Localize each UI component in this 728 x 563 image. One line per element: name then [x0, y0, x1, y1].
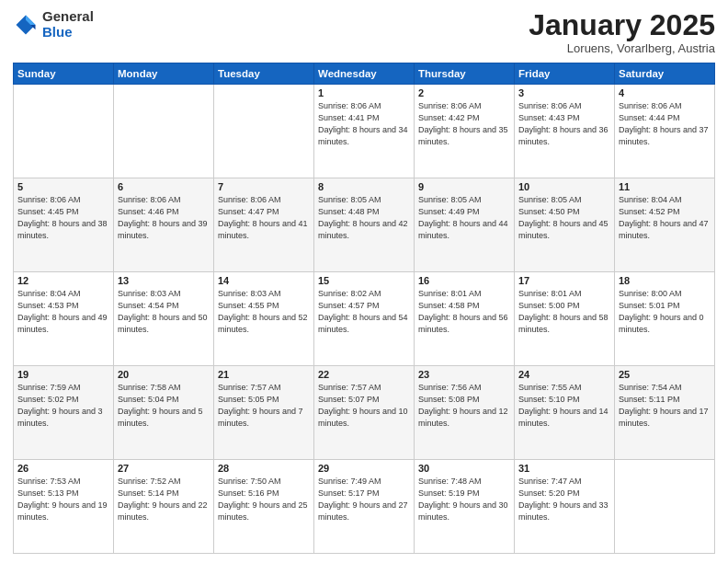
day-number: 26 — [17, 463, 109, 474]
day-header-sunday: Sunday — [14, 63, 114, 85]
day-number: 15 — [318, 275, 410, 286]
day-cell: 13Sunrise: 8:03 AMSunset: 4:54 PMDayligh… — [114, 272, 214, 366]
day-info: Sunrise: 8:06 AMSunset: 4:43 PMDaylight:… — [518, 100, 610, 148]
week-row-2: 12Sunrise: 8:04 AMSunset: 4:53 PMDayligh… — [14, 272, 715, 366]
day-cell — [114, 85, 214, 178]
day-number: 3 — [518, 87, 610, 98]
page: General Blue January 2025 Loruens, Vorar… — [0, 0, 728, 563]
week-row-0: 1Sunrise: 8:06 AMSunset: 4:41 PMDaylight… — [14, 85, 715, 178]
week-row-3: 19Sunrise: 7:59 AMSunset: 5:02 PMDayligh… — [14, 366, 715, 460]
day-info: Sunrise: 8:06 AMSunset: 4:46 PMDaylight:… — [118, 194, 210, 242]
calendar-table: SundayMondayTuesdayWednesdayThursdayFrid… — [13, 63, 715, 554]
day-cell: 1Sunrise: 8:06 AMSunset: 4:41 PMDaylight… — [314, 85, 415, 178]
day-cell: 23Sunrise: 7:56 AMSunset: 5:08 PMDayligh… — [415, 366, 515, 460]
day-header-tuesday: Tuesday — [214, 63, 314, 85]
day-cell: 19Sunrise: 7:59 AMSunset: 5:02 PMDayligh… — [14, 366, 114, 460]
day-header-friday: Friday — [515, 63, 615, 85]
day-cell: 9Sunrise: 8:05 AMSunset: 4:49 PMDaylight… — [415, 178, 515, 272]
day-number: 1 — [318, 87, 410, 98]
calendar-body: 1Sunrise: 8:06 AMSunset: 4:41 PMDaylight… — [14, 85, 715, 554]
day-cell: 8Sunrise: 8:05 AMSunset: 4:48 PMDaylight… — [314, 178, 415, 272]
day-cell: 10Sunrise: 8:05 AMSunset: 4:50 PMDayligh… — [515, 178, 615, 272]
day-number: 10 — [518, 181, 610, 192]
day-cell: 16Sunrise: 8:01 AMSunset: 4:58 PMDayligh… — [415, 272, 515, 366]
day-info: Sunrise: 8:06 AMSunset: 4:41 PMDaylight:… — [318, 100, 410, 148]
day-number: 7 — [218, 181, 310, 192]
day-info: Sunrise: 7:57 AMSunset: 5:07 PMDaylight:… — [318, 382, 410, 430]
day-number: 11 — [619, 181, 711, 192]
day-info: Sunrise: 8:04 AMSunset: 4:52 PMDaylight:… — [619, 194, 711, 242]
day-info: Sunrise: 8:05 AMSunset: 4:48 PMDaylight:… — [318, 194, 410, 242]
day-info: Sunrise: 8:06 AMSunset: 4:45 PMDaylight:… — [17, 194, 109, 242]
day-info: Sunrise: 7:52 AMSunset: 5:14 PMDaylight:… — [118, 476, 210, 523]
day-cell: 25Sunrise: 7:54 AMSunset: 5:11 PMDayligh… — [615, 366, 715, 460]
day-cell: 22Sunrise: 7:57 AMSunset: 5:07 PMDayligh… — [314, 366, 415, 460]
day-header-monday: Monday — [114, 63, 214, 85]
day-cell: 14Sunrise: 8:03 AMSunset: 4:55 PMDayligh… — [214, 272, 314, 366]
day-cell — [14, 85, 114, 178]
day-cell: 31Sunrise: 7:47 AMSunset: 5:20 PMDayligh… — [515, 460, 615, 554]
day-cell: 6Sunrise: 8:06 AMSunset: 4:46 PMDaylight… — [114, 178, 214, 272]
day-info: Sunrise: 8:01 AMSunset: 5:00 PMDaylight:… — [518, 288, 610, 336]
day-info: Sunrise: 8:06 AMSunset: 4:44 PMDaylight:… — [619, 100, 711, 148]
day-info: Sunrise: 7:50 AMSunset: 5:16 PMDaylight:… — [218, 476, 310, 523]
day-cell: 15Sunrise: 8:02 AMSunset: 4:57 PMDayligh… — [314, 272, 415, 366]
logo: General Blue — [13, 9, 94, 40]
day-info: Sunrise: 8:06 AMSunset: 4:42 PMDaylight:… — [418, 100, 510, 148]
day-number: 5 — [17, 181, 109, 192]
day-cell: 17Sunrise: 8:01 AMSunset: 5:00 PMDayligh… — [515, 272, 615, 366]
logo-blue: Blue — [42, 25, 94, 40]
day-cell — [214, 85, 314, 178]
day-number: 21 — [218, 369, 310, 380]
day-info: Sunrise: 8:03 AMSunset: 4:54 PMDaylight:… — [118, 288, 210, 336]
day-info: Sunrise: 8:05 AMSunset: 4:49 PMDaylight:… — [418, 194, 510, 242]
logo-general: General — [42, 9, 94, 25]
day-number: 16 — [418, 275, 510, 286]
title-block: January 2025 Loruens, Vorarlberg, Austri… — [529, 9, 715, 55]
day-cell — [615, 460, 715, 554]
day-cell: 26Sunrise: 7:53 AMSunset: 5:13 PMDayligh… — [14, 460, 114, 554]
day-number: 22 — [318, 369, 410, 380]
day-info: Sunrise: 7:59 AMSunset: 5:02 PMDaylight:… — [17, 382, 109, 430]
day-info: Sunrise: 8:05 AMSunset: 4:50 PMDaylight:… — [518, 194, 610, 242]
day-number: 31 — [518, 463, 610, 474]
day-info: Sunrise: 7:53 AMSunset: 5:13 PMDaylight:… — [17, 476, 109, 523]
day-cell: 24Sunrise: 7:55 AMSunset: 5:10 PMDayligh… — [515, 366, 615, 460]
day-info: Sunrise: 7:55 AMSunset: 5:10 PMDaylight:… — [518, 382, 610, 430]
day-info: Sunrise: 8:02 AMSunset: 4:57 PMDaylight:… — [318, 288, 410, 336]
day-number: 20 — [118, 369, 210, 380]
day-info: Sunrise: 7:57 AMSunset: 5:05 PMDaylight:… — [218, 382, 310, 430]
day-info: Sunrise: 7:49 AMSunset: 5:17 PMDaylight:… — [318, 476, 410, 523]
day-number: 24 — [518, 369, 610, 380]
day-number: 27 — [118, 463, 210, 474]
week-row-4: 26Sunrise: 7:53 AMSunset: 5:13 PMDayligh… — [14, 460, 715, 554]
day-info: Sunrise: 7:48 AMSunset: 5:19 PMDaylight:… — [418, 476, 510, 523]
day-header-thursday: Thursday — [415, 63, 515, 85]
day-header-saturday: Saturday — [615, 63, 715, 85]
day-number: 17 — [518, 275, 610, 286]
day-cell: 30Sunrise: 7:48 AMSunset: 5:19 PMDayligh… — [415, 460, 515, 554]
day-number: 18 — [619, 275, 711, 286]
day-cell: 5Sunrise: 8:06 AMSunset: 4:45 PMDaylight… — [14, 178, 114, 272]
day-info: Sunrise: 7:56 AMSunset: 5:08 PMDaylight:… — [418, 382, 510, 430]
day-number: 23 — [418, 369, 510, 380]
day-number: 6 — [118, 181, 210, 192]
logo-icon — [13, 12, 39, 38]
month-title: January 2025 — [529, 9, 715, 41]
day-info: Sunrise: 8:06 AMSunset: 4:47 PMDaylight:… — [218, 194, 310, 242]
day-number: 2 — [418, 87, 510, 98]
day-cell: 7Sunrise: 8:06 AMSunset: 4:47 PMDaylight… — [214, 178, 314, 272]
day-number: 8 — [318, 181, 410, 192]
day-cell: 29Sunrise: 7:49 AMSunset: 5:17 PMDayligh… — [314, 460, 415, 554]
location: Loruens, Vorarlberg, Austria — [529, 41, 715, 55]
day-cell: 12Sunrise: 8:04 AMSunset: 4:53 PMDayligh… — [14, 272, 114, 366]
logo-text: General Blue — [42, 9, 94, 40]
day-cell: 20Sunrise: 7:58 AMSunset: 5:04 PMDayligh… — [114, 366, 214, 460]
header: General Blue January 2025 Loruens, Vorar… — [13, 9, 715, 55]
day-number: 29 — [318, 463, 410, 474]
day-cell: 27Sunrise: 7:52 AMSunset: 5:14 PMDayligh… — [114, 460, 214, 554]
day-number: 14 — [218, 275, 310, 286]
day-number: 30 — [418, 463, 510, 474]
day-number: 28 — [218, 463, 310, 474]
day-header-wednesday: Wednesday — [314, 63, 415, 85]
